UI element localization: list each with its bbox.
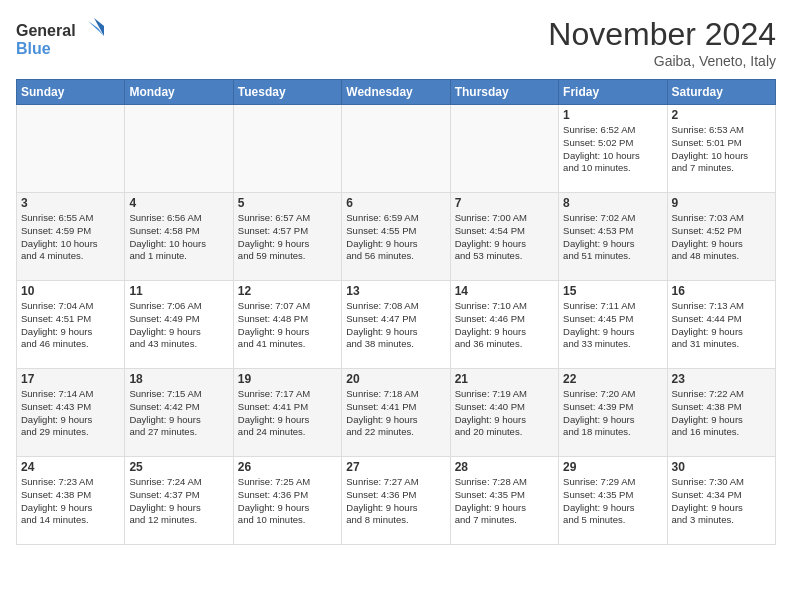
day-info: Sunrise: 7:10 AM Sunset: 4:46 PM Dayligh… (455, 300, 554, 351)
logo-svg: GeneralBlue (16, 16, 106, 61)
day-info: Sunrise: 6:56 AM Sunset: 4:58 PM Dayligh… (129, 212, 228, 263)
calendar-cell: 15Sunrise: 7:11 AM Sunset: 4:45 PM Dayli… (559, 281, 667, 369)
calendar-cell: 2Sunrise: 6:53 AM Sunset: 5:01 PM Daylig… (667, 105, 775, 193)
calendar-cell: 18Sunrise: 7:15 AM Sunset: 4:42 PM Dayli… (125, 369, 233, 457)
calendar-cell: 13Sunrise: 7:08 AM Sunset: 4:47 PM Dayli… (342, 281, 450, 369)
logo: GeneralBlue (16, 16, 106, 61)
day-number: 27 (346, 460, 445, 474)
day-number: 5 (238, 196, 337, 210)
weekday-header-monday: Monday (125, 80, 233, 105)
day-info: Sunrise: 6:52 AM Sunset: 5:02 PM Dayligh… (563, 124, 662, 175)
calendar-cell: 3Sunrise: 6:55 AM Sunset: 4:59 PM Daylig… (17, 193, 125, 281)
day-info: Sunrise: 7:02 AM Sunset: 4:53 PM Dayligh… (563, 212, 662, 263)
calendar-cell: 26Sunrise: 7:25 AM Sunset: 4:36 PM Dayli… (233, 457, 341, 545)
day-info: Sunrise: 7:17 AM Sunset: 4:41 PM Dayligh… (238, 388, 337, 439)
day-number: 13 (346, 284, 445, 298)
svg-text:General: General (16, 22, 76, 39)
calendar-week-3: 10Sunrise: 7:04 AM Sunset: 4:51 PM Dayli… (17, 281, 776, 369)
day-number: 18 (129, 372, 228, 386)
weekday-header-thursday: Thursday (450, 80, 558, 105)
day-info: Sunrise: 7:20 AM Sunset: 4:39 PM Dayligh… (563, 388, 662, 439)
calendar-cell: 28Sunrise: 7:28 AM Sunset: 4:35 PM Dayli… (450, 457, 558, 545)
calendar-cell: 20Sunrise: 7:18 AM Sunset: 4:41 PM Dayli… (342, 369, 450, 457)
day-info: Sunrise: 7:19 AM Sunset: 4:40 PM Dayligh… (455, 388, 554, 439)
day-info: Sunrise: 7:04 AM Sunset: 4:51 PM Dayligh… (21, 300, 120, 351)
day-number: 6 (346, 196, 445, 210)
day-info: Sunrise: 6:53 AM Sunset: 5:01 PM Dayligh… (672, 124, 771, 175)
calendar-cell: 4Sunrise: 6:56 AM Sunset: 4:58 PM Daylig… (125, 193, 233, 281)
calendar-cell: 16Sunrise: 7:13 AM Sunset: 4:44 PM Dayli… (667, 281, 775, 369)
day-info: Sunrise: 7:13 AM Sunset: 4:44 PM Dayligh… (672, 300, 771, 351)
calendar-cell: 6Sunrise: 6:59 AM Sunset: 4:55 PM Daylig… (342, 193, 450, 281)
calendar-cell: 5Sunrise: 6:57 AM Sunset: 4:57 PM Daylig… (233, 193, 341, 281)
calendar-week-4: 17Sunrise: 7:14 AM Sunset: 4:43 PM Dayli… (17, 369, 776, 457)
day-number: 17 (21, 372, 120, 386)
calendar-cell: 9Sunrise: 7:03 AM Sunset: 4:52 PM Daylig… (667, 193, 775, 281)
day-info: Sunrise: 6:59 AM Sunset: 4:55 PM Dayligh… (346, 212, 445, 263)
calendar-cell (233, 105, 341, 193)
day-info: Sunrise: 7:23 AM Sunset: 4:38 PM Dayligh… (21, 476, 120, 527)
day-number: 28 (455, 460, 554, 474)
day-number: 30 (672, 460, 771, 474)
day-number: 9 (672, 196, 771, 210)
day-info: Sunrise: 7:18 AM Sunset: 4:41 PM Dayligh… (346, 388, 445, 439)
calendar-cell: 14Sunrise: 7:10 AM Sunset: 4:46 PM Dayli… (450, 281, 558, 369)
day-number: 22 (563, 372, 662, 386)
calendar-cell: 19Sunrise: 7:17 AM Sunset: 4:41 PM Dayli… (233, 369, 341, 457)
day-number: 4 (129, 196, 228, 210)
weekday-header-tuesday: Tuesday (233, 80, 341, 105)
day-info: Sunrise: 6:55 AM Sunset: 4:59 PM Dayligh… (21, 212, 120, 263)
calendar-cell (450, 105, 558, 193)
day-number: 26 (238, 460, 337, 474)
calendar-week-5: 24Sunrise: 7:23 AM Sunset: 4:38 PM Dayli… (17, 457, 776, 545)
day-info: Sunrise: 7:00 AM Sunset: 4:54 PM Dayligh… (455, 212, 554, 263)
day-info: Sunrise: 7:29 AM Sunset: 4:35 PM Dayligh… (563, 476, 662, 527)
day-number: 7 (455, 196, 554, 210)
calendar-cell: 21Sunrise: 7:19 AM Sunset: 4:40 PM Dayli… (450, 369, 558, 457)
day-number: 11 (129, 284, 228, 298)
calendar-cell (342, 105, 450, 193)
day-number: 19 (238, 372, 337, 386)
day-number: 23 (672, 372, 771, 386)
day-info: Sunrise: 7:06 AM Sunset: 4:49 PM Dayligh… (129, 300, 228, 351)
calendar-cell: 30Sunrise: 7:30 AM Sunset: 4:34 PM Dayli… (667, 457, 775, 545)
page: GeneralBlue November 2024 Gaiba, Veneto,… (0, 0, 792, 612)
day-info: Sunrise: 7:11 AM Sunset: 4:45 PM Dayligh… (563, 300, 662, 351)
day-number: 12 (238, 284, 337, 298)
header: GeneralBlue November 2024 Gaiba, Veneto,… (16, 16, 776, 69)
calendar-cell: 12Sunrise: 7:07 AM Sunset: 4:48 PM Dayli… (233, 281, 341, 369)
calendar-cell: 25Sunrise: 7:24 AM Sunset: 4:37 PM Dayli… (125, 457, 233, 545)
day-info: Sunrise: 7:30 AM Sunset: 4:34 PM Dayligh… (672, 476, 771, 527)
month-title: November 2024 (548, 16, 776, 53)
day-number: 29 (563, 460, 662, 474)
day-info: Sunrise: 7:15 AM Sunset: 4:42 PM Dayligh… (129, 388, 228, 439)
title-area: November 2024 Gaiba, Veneto, Italy (548, 16, 776, 69)
day-info: Sunrise: 7:03 AM Sunset: 4:52 PM Dayligh… (672, 212, 771, 263)
calendar-cell: 23Sunrise: 7:22 AM Sunset: 4:38 PM Dayli… (667, 369, 775, 457)
calendar-cell (125, 105, 233, 193)
calendar-cell: 10Sunrise: 7:04 AM Sunset: 4:51 PM Dayli… (17, 281, 125, 369)
day-number: 14 (455, 284, 554, 298)
day-info: Sunrise: 7:24 AM Sunset: 4:37 PM Dayligh… (129, 476, 228, 527)
weekday-header-saturday: Saturday (667, 80, 775, 105)
day-number: 16 (672, 284, 771, 298)
calendar-week-1: 1Sunrise: 6:52 AM Sunset: 5:02 PM Daylig… (17, 105, 776, 193)
day-info: Sunrise: 7:08 AM Sunset: 4:47 PM Dayligh… (346, 300, 445, 351)
weekday-header-wednesday: Wednesday (342, 80, 450, 105)
calendar-table: SundayMondayTuesdayWednesdayThursdayFrid… (16, 79, 776, 545)
day-info: Sunrise: 7:22 AM Sunset: 4:38 PM Dayligh… (672, 388, 771, 439)
day-number: 15 (563, 284, 662, 298)
calendar-cell (17, 105, 125, 193)
day-info: Sunrise: 7:28 AM Sunset: 4:35 PM Dayligh… (455, 476, 554, 527)
day-number: 21 (455, 372, 554, 386)
weekday-header-friday: Friday (559, 80, 667, 105)
calendar-cell: 22Sunrise: 7:20 AM Sunset: 4:39 PM Dayli… (559, 369, 667, 457)
day-info: Sunrise: 7:07 AM Sunset: 4:48 PM Dayligh… (238, 300, 337, 351)
day-number: 8 (563, 196, 662, 210)
day-info: Sunrise: 6:57 AM Sunset: 4:57 PM Dayligh… (238, 212, 337, 263)
calendar-cell: 17Sunrise: 7:14 AM Sunset: 4:43 PM Dayli… (17, 369, 125, 457)
svg-text:Blue: Blue (16, 40, 51, 57)
calendar-cell: 29Sunrise: 7:29 AM Sunset: 4:35 PM Dayli… (559, 457, 667, 545)
day-number: 25 (129, 460, 228, 474)
calendar-header-row: SundayMondayTuesdayWednesdayThursdayFrid… (17, 80, 776, 105)
